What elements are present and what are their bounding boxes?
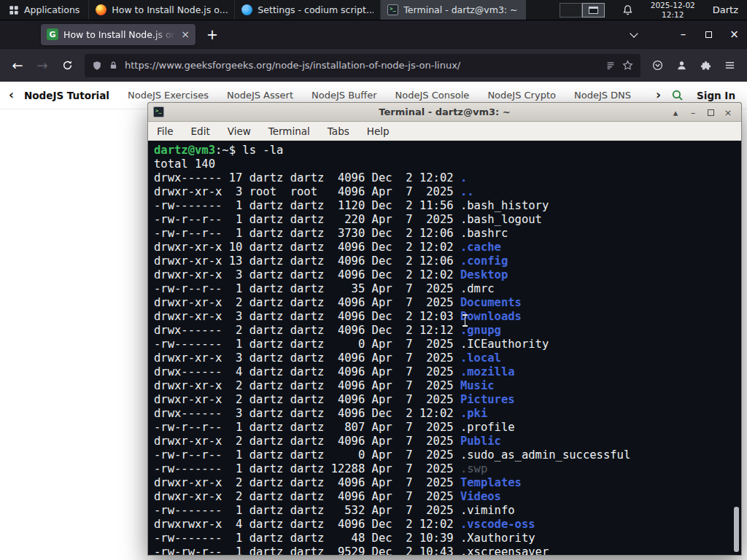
file-meta: -rw------- 1 dartz dartz 12288 Apr 7 202… [154, 462, 460, 475]
maximize-icon [705, 31, 712, 38]
terminal-scrollbar[interactable] [734, 507, 739, 552]
list-all-tabs-chevron-icon[interactable] [630, 29, 638, 37]
terminal-file-row: -rw------- 1 dartz dartz 48 Dec 2 10:39 … [154, 532, 741, 545]
terminal-screen[interactable]: dartz@vm3:~$ ls -latotal 140drwx------ 1… [148, 141, 741, 555]
file-name: .gnupg [460, 324, 501, 337]
terminal-icon [387, 4, 398, 15]
terminal-menu-help[interactable]: Help [367, 125, 390, 137]
file-name: .xscreensaver [460, 545, 549, 555]
maximize-icon [708, 109, 714, 116]
nav-scroll-right-icon[interactable]: › [656, 89, 661, 101]
file-meta: drwxr-xr-x 3 dartz dartz 4096 Apr 7 2025 [154, 351, 460, 365]
terminal-menu-tabs[interactable]: Tabs [328, 125, 349, 137]
file-name: .config [460, 254, 508, 268]
menu-hamburger-icon[interactable] [719, 55, 741, 77]
file-name: Downloads [460, 310, 522, 323]
file-meta: drwxr-xr-x 3 root root 4096 Apr 7 2025 [154, 185, 460, 198]
terminal-file-row: -rw------- 1 dartz dartz 1120 Dec 2 11:5… [154, 199, 741, 213]
file-meta: -rw-r--r-- 1 dartz dartz 35 Apr 7 2025 [154, 282, 460, 295]
terminal-minimize-button[interactable]: – [684, 103, 702, 122]
terminal-file-row: -rw-r--r-- 1 dartz dartz 807 Apr 7 2025 … [154, 421, 741, 435]
browser-minimize-button[interactable]: – [670, 20, 696, 48]
user-menu[interactable]: Dartz [713, 4, 738, 15]
workspace-cell-1[interactable] [560, 3, 582, 18]
search-icon[interactable] [671, 89, 684, 101]
file-meta: -rw------- 1 dartz dartz 0 Apr 7 2025 [154, 338, 460, 351]
taskbar-button-label: Settings - codium script... [258, 4, 374, 15]
file-meta: drwxrwxr-x 4 dartz dartz 4096 Dec 2 12:0… [154, 518, 460, 531]
site-nav-item[interactable]: NodeJS Console [395, 90, 470, 101]
file-meta: drwx------ 3 dartz dartz 4096 Dec 2 12:0… [154, 407, 460, 420]
terminal-close-button[interactable]: × [719, 103, 737, 122]
file-name: .pki [460, 407, 487, 420]
browser-tab-active[interactable]: G How to Install Node.js on × [41, 24, 196, 45]
terminal-file-row: drwx------ 2 dartz dartz 4096 Dec 2 12:1… [154, 324, 741, 338]
taskbar-button-codium[interactable]: Settings - codium script... [234, 0, 380, 20]
terminal-shade-button[interactable]: ▴ [667, 103, 684, 122]
file-name: Music [460, 379, 495, 392]
applications-menu-button[interactable]: Applications [0, 0, 88, 20]
reader-mode-icon[interactable] [605, 61, 616, 71]
terminal-menu-file[interactable]: File [157, 125, 174, 137]
file-meta: drwxr-xr-x 2 dartz dartz 4096 Apr 7 2025 [154, 476, 460, 489]
url-text[interactable]: https://www.geeksforgeeks.org/node-js/in… [125, 60, 599, 71]
file-meta: drwxr-xr-x 2 dartz dartz 4096 Apr 7 2025 [154, 490, 460, 503]
forward-button[interactable]: → [31, 54, 54, 77]
back-button[interactable]: ← [6, 54, 29, 77]
browser-maximize-button[interactable] [696, 20, 721, 48]
browser-close-button[interactable]: × [721, 20, 747, 48]
terminal-maximize-button[interactable] [702, 103, 719, 122]
taskbar-button-label: Terminal - dartz@vm3: ~ [403, 4, 517, 15]
terminal-file-row: drwxr-xr-x 2 dartz dartz 4096 Apr 7 2025… [154, 296, 741, 310]
terminal-window: Terminal - dartz@vm3: ~ ▴ – × FileEditVi… [147, 102, 742, 556]
site-nav-item[interactable]: NodeJS Crypto [487, 90, 556, 101]
file-meta: drwxr-xr-x 3 dartz dartz 4096 Dec 2 12:0… [154, 268, 460, 281]
notification-bell-icon[interactable] [622, 4, 633, 15]
file-name: . [460, 171, 467, 184]
bookmark-star-icon[interactable] [622, 60, 633, 71]
sign-in-button[interactable]: Sign In [697, 90, 735, 101]
terminal-menu-terminal[interactable]: Terminal [268, 125, 310, 137]
terminal-file-row: drwxr-xr-x 3 dartz dartz 4096 Apr 7 2025… [154, 351, 741, 365]
tracking-shield-icon[interactable] [92, 61, 102, 71]
workspace-pager[interactable] [560, 3, 605, 18]
file-name: .viminfo [460, 504, 515, 517]
terminal-file-row: drwxr-xr-x 2 dartz dartz 4096 Apr 7 2025… [154, 476, 741, 490]
new-tab-button[interactable]: + [201, 24, 223, 44]
url-bar[interactable]: https://www.geeksforgeeks.org/node-js/in… [85, 54, 640, 77]
top-panel: Applications How to Install Node.js o...… [0, 0, 747, 20]
file-meta: drwxr-xr-x 10 dartz dartz 4096 Dec 2 12:… [154, 241, 460, 254]
terminal-file-row: drwxr-xr-x 3 root root 4096 Apr 7 2025 .… [154, 185, 741, 199]
pocket-icon[interactable] [646, 55, 669, 77]
extensions-icon[interactable] [694, 55, 717, 77]
account-icon[interactable] [670, 55, 693, 77]
terminal-titlebar[interactable]: Terminal - dartz@vm3: ~ ▴ – × [148, 103, 741, 122]
lock-icon[interactable] [109, 61, 118, 70]
file-meta: drwxr-xr-x 3 dartz dartz 4096 Dec 2 12:0… [154, 310, 460, 323]
panel-clock[interactable]: 2025-12-02 12:12 [651, 1, 695, 19]
nav-scroll-left-icon[interactable]: ‹ [9, 89, 14, 101]
file-meta: drwxr-xr-x 2 dartz dartz 4096 Apr 7 2025 [154, 379, 460, 392]
taskbar: How to Install Node.js o...Settings - co… [88, 0, 526, 20]
file-name: .cache [460, 241, 501, 254]
terminal-file-row: -rw------- 1 dartz dartz 12288 Apr 7 202… [154, 462, 741, 476]
clock-time: 12:12 [662, 10, 684, 20]
site-nav-item[interactable]: NodeJS DNS [574, 90, 631, 101]
terminal-prompt-line: dartz@vm3:~$ ls -la [154, 144, 741, 158]
file-name: Templates [460, 476, 522, 489]
taskbar-button-firefox[interactable]: How to Install Node.js o... [88, 0, 234, 20]
site-nav-item[interactable]: NodeJS Buffer [311, 90, 377, 101]
typed-command: ls -la [242, 144, 283, 157]
page-favicon-icon: G [47, 28, 58, 40]
tab-close-icon[interactable]: × [181, 28, 190, 40]
reload-button[interactable] [55, 54, 79, 77]
taskbar-button-terminal[interactable]: Terminal - dartz@vm3: ~ [380, 0, 526, 20]
terminal-menu-view[interactable]: View [228, 125, 251, 137]
site-nav-item[interactable]: NodeJS Exercises [128, 90, 209, 101]
file-name: .bash_logout [460, 213, 542, 226]
site-nav-item[interactable]: NodeJS Assert [227, 90, 293, 101]
file-name: .bash_history [460, 199, 549, 212]
workspace-cell-2-active[interactable] [582, 3, 605, 18]
site-nav-item[interactable]: NodeJS Tutorial [24, 90, 109, 101]
terminal-menu-edit[interactable]: Edit [191, 125, 210, 137]
